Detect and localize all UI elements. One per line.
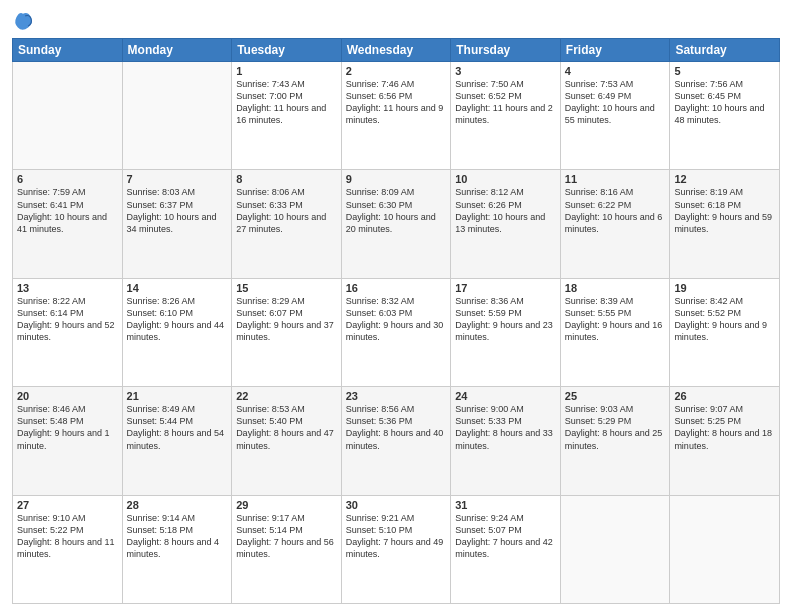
cell-daylight: Daylight: 9 hours and 16 minutes. <box>565 320 663 342</box>
day-number: 12 <box>674 173 775 185</box>
cell-sunset: Sunset: 6:26 PM <box>455 200 522 210</box>
cell-daylight: Daylight: 8 hours and 47 minutes. <box>236 428 334 450</box>
cell-sunset: Sunset: 6:03 PM <box>346 308 413 318</box>
cell-daylight: Daylight: 11 hours and 16 minutes. <box>236 103 326 125</box>
day-number: 7 <box>127 173 228 185</box>
day-number: 27 <box>17 499 118 511</box>
calendar-cell <box>13 62 123 170</box>
calendar-week-row: 6 Sunrise: 7:59 AM Sunset: 6:41 PM Dayli… <box>13 170 780 278</box>
day-number: 1 <box>236 65 337 77</box>
cell-daylight: Daylight: 9 hours and 52 minutes. <box>17 320 115 342</box>
day-number: 11 <box>565 173 666 185</box>
cell-daylight: Daylight: 10 hours and 41 minutes. <box>17 212 107 234</box>
cell-sunrise: Sunrise: 8:53 AM <box>236 404 305 414</box>
cell-sunset: Sunset: 6:18 PM <box>674 200 741 210</box>
cell-sunset: Sunset: 5:29 PM <box>565 416 632 426</box>
cell-sunrise: Sunrise: 8:49 AM <box>127 404 196 414</box>
cell-daylight: Daylight: 8 hours and 4 minutes. <box>127 537 220 559</box>
cell-sunset: Sunset: 5:14 PM <box>236 525 303 535</box>
cell-daylight: Daylight: 7 hours and 56 minutes. <box>236 537 334 559</box>
weekday-header: Tuesday <box>232 39 342 62</box>
weekday-header: Sunday <box>13 39 123 62</box>
cell-daylight: Daylight: 8 hours and 33 minutes. <box>455 428 553 450</box>
calendar-cell: 22 Sunrise: 8:53 AM Sunset: 5:40 PM Dayl… <box>232 387 342 495</box>
cell-daylight: Daylight: 10 hours and 27 minutes. <box>236 212 326 234</box>
calendar-cell: 20 Sunrise: 8:46 AM Sunset: 5:48 PM Dayl… <box>13 387 123 495</box>
cell-sunset: Sunset: 6:30 PM <box>346 200 413 210</box>
cell-sunrise: Sunrise: 7:46 AM <box>346 79 415 89</box>
cell-sunrise: Sunrise: 9:17 AM <box>236 513 305 523</box>
cell-sunrise: Sunrise: 7:50 AM <box>455 79 524 89</box>
day-number: 18 <box>565 282 666 294</box>
cell-sunrise: Sunrise: 8:03 AM <box>127 187 196 197</box>
cell-sunset: Sunset: 5:48 PM <box>17 416 84 426</box>
cell-sunrise: Sunrise: 9:03 AM <box>565 404 634 414</box>
calendar-cell: 15 Sunrise: 8:29 AM Sunset: 6:07 PM Dayl… <box>232 278 342 386</box>
cell-sunset: Sunset: 7:00 PM <box>236 91 303 101</box>
cell-sunrise: Sunrise: 9:24 AM <box>455 513 524 523</box>
calendar-cell: 24 Sunrise: 9:00 AM Sunset: 5:33 PM Dayl… <box>451 387 561 495</box>
calendar-header-row: SundayMondayTuesdayWednesdayThursdayFrid… <box>13 39 780 62</box>
day-number: 8 <box>236 173 337 185</box>
cell-sunset: Sunset: 5:25 PM <box>674 416 741 426</box>
cell-sunrise: Sunrise: 8:16 AM <box>565 187 634 197</box>
cell-daylight: Daylight: 11 hours and 9 minutes. <box>346 103 444 125</box>
cell-sunset: Sunset: 5:07 PM <box>455 525 522 535</box>
day-number: 6 <box>17 173 118 185</box>
cell-sunset: Sunset: 6:45 PM <box>674 91 741 101</box>
cell-sunset: Sunset: 5:36 PM <box>346 416 413 426</box>
logo <box>12 10 36 32</box>
cell-sunset: Sunset: 5:22 PM <box>17 525 84 535</box>
calendar-cell: 14 Sunrise: 8:26 AM Sunset: 6:10 PM Dayl… <box>122 278 232 386</box>
cell-sunset: Sunset: 5:10 PM <box>346 525 413 535</box>
cell-daylight: Daylight: 10 hours and 13 minutes. <box>455 212 545 234</box>
cell-sunrise: Sunrise: 9:00 AM <box>455 404 524 414</box>
weekday-header: Thursday <box>451 39 561 62</box>
cell-sunset: Sunset: 6:37 PM <box>127 200 194 210</box>
day-number: 30 <box>346 499 447 511</box>
cell-daylight: Daylight: 9 hours and 9 minutes. <box>674 320 767 342</box>
calendar-cell: 25 Sunrise: 9:03 AM Sunset: 5:29 PM Dayl… <box>560 387 670 495</box>
weekday-header: Wednesday <box>341 39 451 62</box>
calendar-cell: 28 Sunrise: 9:14 AM Sunset: 5:18 PM Dayl… <box>122 495 232 603</box>
cell-sunset: Sunset: 6:52 PM <box>455 91 522 101</box>
day-number: 21 <box>127 390 228 402</box>
cell-daylight: Daylight: 9 hours and 23 minutes. <box>455 320 553 342</box>
cell-daylight: Daylight: 7 hours and 42 minutes. <box>455 537 553 559</box>
cell-daylight: Daylight: 9 hours and 30 minutes. <box>346 320 444 342</box>
calendar-cell <box>670 495 780 603</box>
cell-sunset: Sunset: 6:56 PM <box>346 91 413 101</box>
cell-sunrise: Sunrise: 8:26 AM <box>127 296 196 306</box>
calendar-cell: 18 Sunrise: 8:39 AM Sunset: 5:55 PM Dayl… <box>560 278 670 386</box>
cell-sunset: Sunset: 6:49 PM <box>565 91 632 101</box>
day-number: 2 <box>346 65 447 77</box>
day-number: 10 <box>455 173 556 185</box>
cell-daylight: Daylight: 8 hours and 25 minutes. <box>565 428 663 450</box>
cell-daylight: Daylight: 9 hours and 59 minutes. <box>674 212 772 234</box>
cell-daylight: Daylight: 11 hours and 2 minutes. <box>455 103 553 125</box>
calendar-week-row: 20 Sunrise: 8:46 AM Sunset: 5:48 PM Dayl… <box>13 387 780 495</box>
cell-sunrise: Sunrise: 9:07 AM <box>674 404 743 414</box>
calendar-cell: 2 Sunrise: 7:46 AM Sunset: 6:56 PM Dayli… <box>341 62 451 170</box>
calendar-cell <box>560 495 670 603</box>
day-number: 9 <box>346 173 447 185</box>
cell-sunrise: Sunrise: 8:32 AM <box>346 296 415 306</box>
calendar-cell: 1 Sunrise: 7:43 AM Sunset: 7:00 PM Dayli… <box>232 62 342 170</box>
cell-sunrise: Sunrise: 8:46 AM <box>17 404 86 414</box>
cell-sunrise: Sunrise: 8:12 AM <box>455 187 524 197</box>
cell-sunset: Sunset: 5:59 PM <box>455 308 522 318</box>
cell-sunrise: Sunrise: 9:10 AM <box>17 513 86 523</box>
calendar-cell: 6 Sunrise: 7:59 AM Sunset: 6:41 PM Dayli… <box>13 170 123 278</box>
day-number: 28 <box>127 499 228 511</box>
day-number: 20 <box>17 390 118 402</box>
day-number: 5 <box>674 65 775 77</box>
calendar-cell: 21 Sunrise: 8:49 AM Sunset: 5:44 PM Dayl… <box>122 387 232 495</box>
calendar-week-row: 13 Sunrise: 8:22 AM Sunset: 6:14 PM Dayl… <box>13 278 780 386</box>
calendar-week-row: 1 Sunrise: 7:43 AM Sunset: 7:00 PM Dayli… <box>13 62 780 170</box>
cell-sunrise: Sunrise: 8:36 AM <box>455 296 524 306</box>
cell-sunset: Sunset: 6:10 PM <box>127 308 194 318</box>
cell-daylight: Daylight: 8 hours and 18 minutes. <box>674 428 772 450</box>
cell-daylight: Daylight: 7 hours and 49 minutes. <box>346 537 444 559</box>
calendar-cell: 9 Sunrise: 8:09 AM Sunset: 6:30 PM Dayli… <box>341 170 451 278</box>
cell-sunset: Sunset: 5:33 PM <box>455 416 522 426</box>
